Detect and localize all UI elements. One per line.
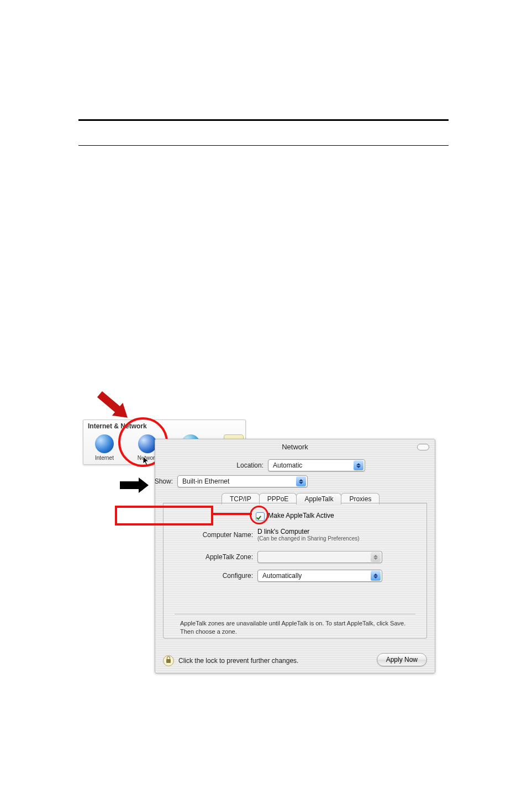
zone-select bbox=[257, 551, 382, 563]
divider-thick bbox=[78, 119, 449, 121]
zone-note-row: AppleTalk zones are unavailable until Ap… bbox=[180, 619, 415, 636]
popup-arrows-icon bbox=[354, 460, 363, 470]
show-label: Show: bbox=[147, 477, 173, 485]
category-item-internet[interactable]: Internet bbox=[89, 434, 120, 462]
network-pref-pane: Network Location: Automatic Show: Built-… bbox=[155, 439, 435, 673]
lock-icon bbox=[163, 655, 174, 666]
location-row: Location: Automatic bbox=[155, 459, 435, 471]
divider-thin bbox=[78, 145, 449, 146]
configure-select[interactable]: Automatically bbox=[257, 570, 382, 582]
make-active-checkbox[interactable] bbox=[256, 512, 265, 521]
zone-note: AppleTalk zones are unavailable until Ap… bbox=[180, 619, 415, 636]
tab-appletalk[interactable]: AppleTalk bbox=[296, 493, 341, 505]
screenshot-stage: Internet & Network Internet Network Quic… bbox=[83, 408, 439, 673]
location-label: Location: bbox=[225, 461, 264, 469]
popup-arrows-icon bbox=[371, 571, 381, 581]
annotation-red-arrow bbox=[97, 391, 122, 413]
configure-value: Automatically bbox=[262, 572, 302, 580]
category-label: Internet bbox=[95, 455, 114, 461]
network-globe-icon bbox=[138, 434, 157, 453]
popup-arrows-icon bbox=[371, 552, 381, 562]
category-title: Internet & Network bbox=[88, 422, 147, 430]
computer-name-hint: (Can be changed in Sharing Preferences) bbox=[257, 535, 360, 542]
lock-text: Click the lock to prevent further change… bbox=[178, 657, 298, 665]
make-active-label: Make AppleTalk Active bbox=[268, 512, 334, 519]
annotation-black-arrow bbox=[120, 477, 149, 493]
toolbar-pill-icon[interactable] bbox=[417, 444, 429, 450]
configure-row: Configure: Automatically bbox=[164, 570, 382, 582]
make-active-row: Make AppleTalk Active bbox=[164, 511, 426, 520]
zone-label: AppleTalk Zone: bbox=[164, 553, 253, 561]
show-select[interactable]: Built-in Ethernet bbox=[177, 475, 308, 487]
appletalk-panel: Make AppleTalk Active Computer Name: D l… bbox=[163, 503, 427, 639]
show-value: Built-in Ethernet bbox=[182, 477, 229, 485]
computer-name-value: D link's Computer bbox=[257, 528, 360, 535]
checkmark-icon bbox=[257, 514, 263, 519]
popup-arrows-icon bbox=[296, 476, 306, 486]
separator bbox=[175, 614, 415, 614]
configure-label: Configure: bbox=[164, 572, 253, 580]
apply-now-label: Apply Now bbox=[386, 656, 418, 664]
zone-row: AppleTalk Zone: bbox=[164, 551, 382, 563]
location-select[interactable]: Automatic bbox=[268, 459, 365, 471]
show-row: Show: Built-in Ethernet bbox=[155, 475, 435, 487]
computer-name-label: Computer Name: bbox=[164, 531, 253, 539]
computer-name-row: Computer Name: D link's Computer (Can be… bbox=[164, 528, 360, 542]
location-value: Automatic bbox=[273, 461, 302, 469]
internet-globe-icon bbox=[95, 434, 114, 453]
lock-row[interactable]: Click the lock to prevent further change… bbox=[163, 655, 298, 666]
pane-title: Network bbox=[155, 443, 435, 451]
apply-now-button[interactable]: Apply Now bbox=[377, 653, 427, 666]
